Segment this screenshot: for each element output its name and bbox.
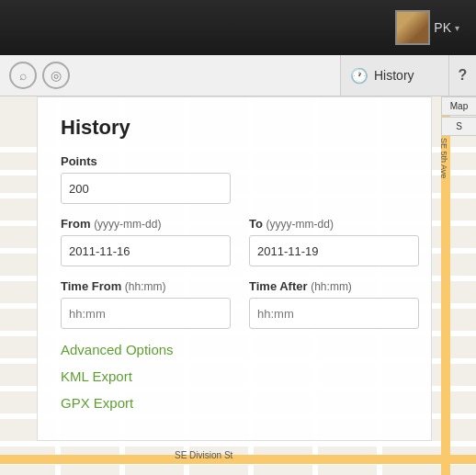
advanced-options-link[interactable]: Advanced Options xyxy=(61,342,408,357)
time-row: Time From (hh:mm) Time After (hh:mm) xyxy=(61,279,408,329)
user-dropdown-arrow: ▾ xyxy=(455,23,459,33)
location-icon: ◎ xyxy=(51,68,62,83)
side-tabs: Map S xyxy=(441,96,476,137)
history-panel: History Points From (yyyy-mm-dd) To (yyy… xyxy=(37,96,432,441)
top-bar: PK ▾ xyxy=(0,0,476,55)
kml-export-link[interactable]: KML Export xyxy=(61,368,408,384)
street-label: SE Division St xyxy=(175,450,232,460)
time-after-hint: (hh:mm) xyxy=(311,280,352,293)
tab-separator xyxy=(340,55,341,96)
map-side-tab[interactable]: Map xyxy=(441,96,476,116)
help-icon: ? xyxy=(459,67,468,84)
time-from-field: Time From (hh:mm) xyxy=(61,279,231,329)
time-after-input[interactable] xyxy=(249,298,419,329)
points-label: Points xyxy=(61,154,408,168)
history-clock-icon: 🕐 xyxy=(350,67,368,85)
gpx-export-link[interactable]: GPX Export xyxy=(61,395,408,411)
points-input[interactable] xyxy=(61,173,231,204)
time-from-hint: (hh:mm) xyxy=(125,280,166,293)
s-side-tab[interactable]: S xyxy=(441,117,476,136)
from-field: From (yyyy-mm-dd) xyxy=(61,217,231,266)
from-label: From (yyyy-mm-dd) xyxy=(61,217,231,231)
history-tab-label: History xyxy=(374,68,414,83)
user-name-label: PK xyxy=(434,20,451,35)
street-label-2: SE 5th Ave xyxy=(439,138,448,178)
location-button[interactable]: ◎ xyxy=(42,62,70,89)
from-input[interactable] xyxy=(61,235,231,266)
search-bar: ⌕ ◎ xyxy=(0,55,340,96)
user-avatar xyxy=(395,10,430,45)
time-after-field: Time After (hh:mm) xyxy=(249,279,419,329)
time-from-label: Time From (hh:mm) xyxy=(61,279,231,293)
history-tab[interactable]: 🕐 History xyxy=(341,67,424,85)
help-button[interactable]: ? xyxy=(448,55,476,96)
panel-title: History xyxy=(61,116,408,140)
avatar-image xyxy=(397,12,428,43)
search-button[interactable]: ⌕ xyxy=(9,62,37,89)
time-from-input[interactable] xyxy=(61,298,231,329)
to-input[interactable] xyxy=(249,235,419,266)
to-label: To (yyyy-mm-dd) xyxy=(249,217,419,231)
time-after-label: Time After (hh:mm) xyxy=(249,279,419,293)
points-field: Points xyxy=(61,154,408,204)
from-hint: (yyyy-mm-dd) xyxy=(94,218,161,231)
to-hint: (yyyy-mm-dd) xyxy=(266,218,334,231)
search-icon: ⌕ xyxy=(19,68,27,83)
date-row: From (yyyy-mm-dd) To (yyyy-mm-dd) xyxy=(61,217,408,266)
to-field: To (yyyy-mm-dd) xyxy=(249,217,419,266)
user-menu-button[interactable]: PK ▾ xyxy=(388,6,467,49)
